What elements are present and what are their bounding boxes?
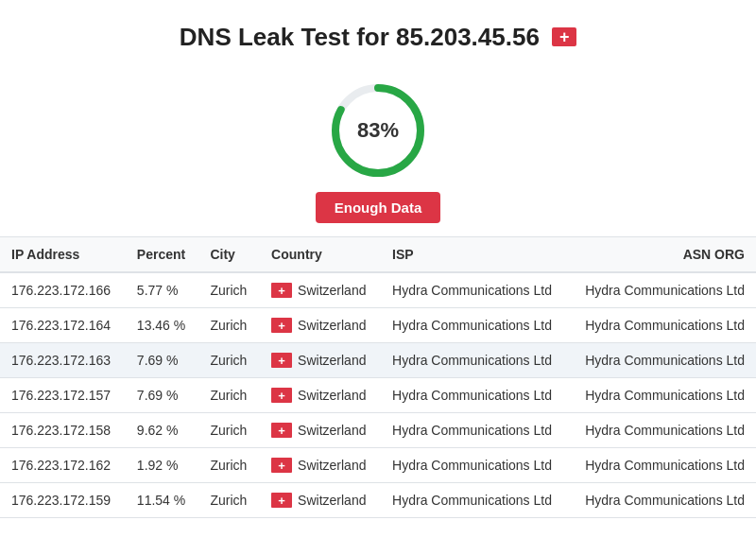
cell-ip: 176.223.172.162	[0, 448, 126, 483]
cell-city: Zurich	[198, 378, 260, 413]
cell-country: Switzerland	[260, 483, 381, 518]
cell-city: Zurich	[198, 308, 260, 343]
country-name: Switzerland	[298, 388, 366, 403]
cell-percent: 7.69 %	[126, 378, 199, 413]
cell-asn-org: Hydra Communications Ltd	[569, 343, 756, 378]
cell-asn-org: Hydra Communications Ltd	[569, 413, 756, 448]
col-city: City	[198, 237, 260, 273]
cell-ip: 176.223.172.158	[0, 413, 126, 448]
gauge-container: 83%	[326, 78, 430, 182]
ch-flag-icon	[271, 423, 292, 438]
page-title: DNS Leak Test for 85.203.45.56	[19, 23, 737, 52]
cell-country: Switzerland	[260, 448, 381, 483]
table-row: 176.223.172.16413.46 %ZurichSwitzerlandH…	[0, 308, 756, 343]
cell-isp: Hydra Communications Ltd	[381, 308, 568, 343]
ch-flag-icon	[271, 458, 292, 473]
cell-asn-org: Hydra Communications Ltd	[569, 448, 756, 483]
cell-percent: 5.77 %	[126, 272, 199, 308]
cell-isp: Hydra Communications Ltd	[381, 378, 568, 413]
cell-percent: 7.69 %	[126, 343, 199, 378]
cell-asn-org: Hydra Communications Ltd	[569, 308, 756, 343]
col-country: Country	[260, 237, 381, 273]
cell-ip: 176.223.172.164	[0, 308, 126, 343]
col-ip-address: IP Address	[0, 237, 126, 273]
cell-city: Zurich	[198, 343, 260, 378]
col-asn-org: ASN ORG	[569, 237, 756, 273]
table-row: 176.223.172.15911.54 %ZurichSwitzerlandH…	[0, 483, 756, 518]
country-name: Switzerland	[298, 423, 366, 438]
cell-isp: Hydra Communications Ltd	[381, 413, 568, 448]
cell-country: Switzerland	[260, 272, 381, 308]
dns-results-table: IP Address Percent City Country ISP ASN …	[0, 236, 756, 518]
table-row: 176.223.172.1589.62 %ZurichSwitzerlandHy…	[0, 413, 756, 448]
cell-isp: Hydra Communications Ltd	[381, 483, 568, 518]
cell-ip: 176.223.172.166	[0, 272, 126, 308]
cell-isp: Hydra Communications Ltd	[381, 343, 568, 378]
cell-isp: Hydra Communications Ltd	[381, 448, 568, 483]
cell-asn-org: Hydra Communications Ltd	[569, 378, 756, 413]
table-row: 176.223.172.1621.92 %ZurichSwitzerlandHy…	[0, 448, 756, 483]
country-name: Switzerland	[298, 493, 366, 508]
title-prefix: DNS Leak Test for	[180, 23, 389, 51]
col-percent: Percent	[126, 237, 199, 273]
country-name: Switzerland	[298, 318, 366, 333]
gauge-percentage: 83%	[357, 118, 399, 143]
cell-city: Zurich	[198, 413, 260, 448]
ch-flag-icon	[271, 353, 292, 368]
header-row: IP Address Percent City Country ISP ASN …	[0, 237, 756, 273]
ch-flag-icon	[271, 493, 292, 508]
switzerland-flag-icon	[552, 27, 576, 46]
cell-isp: Hydra Communications Ltd	[381, 272, 568, 308]
enough-data-button: Enough Data	[316, 192, 441, 223]
cell-asn-org: Hydra Communications Ltd	[569, 272, 756, 308]
ch-flag-icon	[271, 388, 292, 403]
country-name: Switzerland	[298, 458, 366, 473]
cell-country: Switzerland	[260, 378, 381, 413]
gauge-section: 83% Enough Data	[0, 61, 756, 236]
cell-city: Zurich	[198, 272, 260, 308]
table-row: 176.223.172.1577.69 %ZurichSwitzerlandHy…	[0, 378, 756, 413]
table-header: IP Address Percent City Country ISP ASN …	[0, 237, 756, 273]
cell-country: Switzerland	[260, 413, 381, 448]
col-isp: ISP	[381, 237, 568, 273]
cell-percent: 9.62 %	[126, 413, 199, 448]
cell-percent: 13.46 %	[126, 308, 199, 343]
cell-city: Zurich	[198, 483, 260, 518]
cell-country: Switzerland	[260, 343, 381, 378]
cell-ip: 176.223.172.163	[0, 343, 126, 378]
cell-country: Switzerland	[260, 308, 381, 343]
table-row: 176.223.172.1637.69 %ZurichSwitzerlandHy…	[0, 343, 756, 378]
cell-ip: 176.223.172.157	[0, 378, 126, 413]
table-body: 176.223.172.1665.77 %ZurichSwitzerlandHy…	[0, 272, 756, 518]
cell-percent: 1.92 %	[126, 448, 199, 483]
table-row: 176.223.172.1665.77 %ZurichSwitzerlandHy…	[0, 272, 756, 308]
cell-percent: 11.54 %	[126, 483, 199, 518]
cell-asn-org: Hydra Communications Ltd	[569, 483, 756, 518]
country-name: Switzerland	[298, 283, 366, 298]
header-section: DNS Leak Test for 85.203.45.56	[0, 0, 756, 61]
country-name: Switzerland	[298, 353, 366, 368]
cell-ip: 176.223.172.159	[0, 483, 126, 518]
ch-flag-icon	[271, 318, 292, 333]
ch-flag-icon	[271, 283, 292, 298]
ip-address: 85.203.45.56	[396, 23, 540, 51]
cell-city: Zurich	[198, 448, 260, 483]
